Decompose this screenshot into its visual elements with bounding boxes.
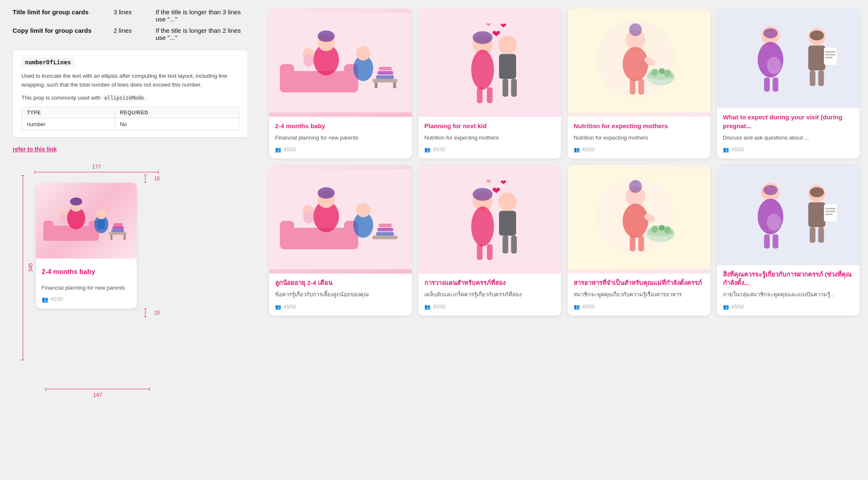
svg-rect-96 (499, 211, 516, 236)
svg-rect-30 (379, 67, 392, 70)
svg-rect-71 (826, 51, 836, 53)
table-row: number No (22, 118, 239, 130)
svg-text:❤: ❤ (500, 22, 506, 30)
group-card: สารอาหารที่จำเป็นสำหรับคุณแม่ที่กำลังตั้… (568, 165, 710, 315)
required-value: No (115, 118, 239, 130)
info-row-copy: Copy limit for group cards 2 lines If th… (13, 27, 248, 41)
svg-rect-103 (511, 236, 517, 253)
card-body: Nutrition for expecting mothers Nutritio… (568, 117, 710, 159)
svg-point-84 (303, 211, 313, 224)
svg-point-93 (473, 188, 492, 201)
svg-point-116 (596, 177, 675, 255)
svg-rect-88 (378, 228, 393, 231)
svg-rect-126 (808, 202, 826, 227)
svg-rect-75 (818, 70, 824, 86)
svg-rect-28 (376, 75, 394, 79)
svg-rect-101 (487, 244, 493, 260)
card-members: 👥 45/50 (574, 147, 704, 153)
svg-text:❤: ❤ (492, 29, 500, 40)
svg-text:❤: ❤ (486, 22, 491, 28)
svg-rect-127 (824, 205, 837, 222)
svg-point-27 (356, 46, 370, 61)
card-copy: เคล็บลับและเกร็ดควรรู้เกี่ยวกับครรภ์ที่ส… (424, 290, 555, 299)
svg-point-38 (498, 35, 517, 54)
diag-card-outer: 15 (34, 174, 139, 317)
card-members: 👥 45/50 (424, 304, 555, 310)
svg-rect-10 (98, 219, 105, 229)
svg-point-94 (471, 207, 494, 247)
card-members: 👥 45/50 (275, 147, 406, 153)
svg-rect-87 (376, 232, 394, 236)
members-icon: 👥 (574, 147, 580, 153)
svg-rect-89 (379, 224, 392, 227)
diag-card-members: 👥 45/50 (42, 296, 131, 303)
svg-rect-44 (487, 87, 493, 103)
svg-rect-100 (477, 244, 483, 260)
svg-rect-123 (773, 235, 778, 249)
refer-link[interactable]: refer to this link (13, 146, 57, 153)
card-copy: สมาชิกจะพูดคุยเกี่ยวกับความรู้เรื่องสารอ… (574, 290, 704, 299)
card-image: ❤ ❤ ❤ (418, 8, 561, 117)
card-copy: Nutrition for expecting mothers (424, 134, 555, 142)
top-margin-measure: 15 (34, 174, 139, 183)
doc-desc: Used to truncate the text with an ellips… (21, 72, 239, 90)
svg-rect-15 (111, 235, 113, 240)
col-required: REQUIRED (115, 107, 239, 118)
members-icon: 👥 (424, 304, 431, 310)
title-limit-value: 3 lines (114, 8, 143, 16)
svg-rect-39 (499, 54, 516, 79)
measure-bottom-width: 147 (45, 388, 150, 398)
svg-rect-129 (826, 211, 836, 212)
copy-limit-desc: If the title is longer than 2 lines use … (156, 27, 248, 41)
svg-point-5 (70, 197, 82, 205)
svg-point-9 (96, 209, 106, 219)
svg-rect-72 (826, 54, 836, 55)
copy-limit-label: Copy limit for group cards (13, 27, 101, 34)
card-members: 👥 45/50 (424, 147, 555, 153)
svg-rect-45 (503, 79, 508, 97)
svg-rect-122 (764, 235, 770, 249)
svg-point-23 (318, 30, 335, 42)
card-copy: ภายในกลุ่มสมาชิกจะพูดคุยและแบ่งปันความรู… (723, 290, 854, 299)
card-title: สารอาหารที่จำเป็นสำหรับคุณแม่ที่กำลังตั้… (574, 279, 704, 287)
card-body: What to expect during your visit (during… (717, 108, 860, 158)
col-type: TYPE (22, 107, 115, 118)
members-icon: 👥 (275, 304, 281, 310)
doc-prop-note: This prop is commonly used with ellipsiz… (21, 95, 239, 101)
svg-point-82 (318, 187, 335, 199)
measure-top-width: 177 (34, 164, 159, 174)
gap-bottom-measure: 10 (42, 280, 131, 284)
card-title: การวางแผนสำหรับครรภ์ที่สอง (424, 279, 555, 287)
card-title: Planning for next kid (424, 122, 555, 130)
group-card: ❤ ❤ ❤ การวางแผนสำหรับครรภ์ที่สอง เคล็บลั… (418, 165, 561, 315)
doc-props-table: TYPE REQUIRED number No (21, 107, 239, 130)
svg-rect-13 (114, 223, 123, 226)
svg-point-36 (473, 31, 492, 44)
svg-rect-14 (109, 232, 127, 235)
title-limit-label: Title limit for group cards (13, 8, 101, 16)
svg-point-119 (763, 185, 778, 195)
diagram-container: 177 345 (13, 163, 189, 406)
doc-title: numberOfLines (21, 58, 74, 67)
svg-rect-78 (280, 221, 294, 249)
svg-rect-31 (373, 79, 397, 82)
diag-card-image (36, 183, 137, 258)
group-card: Nutrition for expecting mothers Nutritio… (568, 8, 710, 158)
card-image (269, 8, 412, 117)
card-title: 2-4 months baby (275, 122, 406, 130)
card-title: ลูกน้อยอายุ 2-4 เดือน (275, 279, 406, 287)
card-body: สารอาหารที่จำเป็นสำหรับคุณแม่ที่กำลังตั้… (568, 274, 710, 316)
card-image (269, 165, 412, 274)
measure-side-height: 345 (21, 175, 35, 360)
members-icon: 👥 (424, 147, 431, 153)
members-icon: 👥 (574, 304, 580, 310)
svg-rect-117 (717, 165, 860, 265)
members-icon: 👥 (723, 304, 729, 310)
svg-rect-16 (124, 235, 126, 240)
svg-point-7 (60, 214, 67, 223)
copy-limit-value: 2 lines (114, 27, 143, 34)
card-image (717, 8, 860, 108)
card-title: สิ่งที่คุณควรจะรู้เกี่ยวกับการฝากครรภ์ (… (723, 270, 854, 287)
gap-top-measure: 10 (42, 264, 131, 268)
svg-point-121 (767, 214, 781, 231)
